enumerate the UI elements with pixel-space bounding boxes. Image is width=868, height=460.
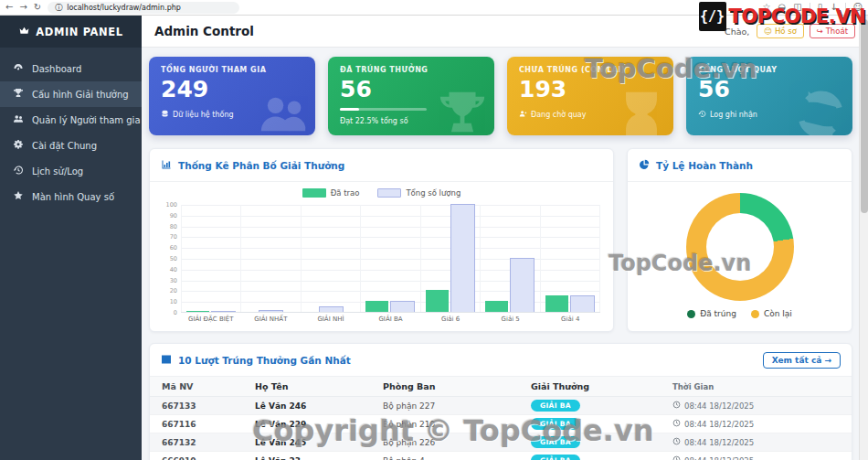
scrollbar xyxy=(859,16,868,460)
y-axis-tick: 20 xyxy=(153,287,177,294)
app-window: ADMIN PANEL DashboardCấu hình Giải thưởn… xyxy=(0,16,868,460)
x-axis-label: Giải 4 xyxy=(540,316,600,323)
greeting-text: Chào, xyxy=(725,27,749,37)
bar-group-giai-4 xyxy=(540,205,600,312)
clock-icon xyxy=(672,437,681,447)
side-panel-icon[interactable]: ◫ xyxy=(793,3,801,12)
stat-card-title: CHƯA TRÚNG (CÒN LẠI) xyxy=(519,66,662,74)
stat-card-footer-label: Dữ liệu hệ thống xyxy=(173,111,234,119)
bookmark-star-icon[interactable]: ☆ xyxy=(763,3,771,12)
prize-badge: GIẢI BA xyxy=(531,418,580,430)
forward-icon[interactable]: → xyxy=(19,3,26,12)
column-header-ma-nv: Mã NV xyxy=(150,381,255,391)
sidebar-item-dashboard[interactable]: Dashboard xyxy=(0,56,142,81)
sidebar-brand: ADMIN PANEL xyxy=(0,16,142,48)
profile-icon[interactable]: ☺ xyxy=(853,3,863,12)
bar-group-giai-ac-biet xyxy=(181,205,240,312)
x-axis-label: GIẢI ĐẶC BIỆT xyxy=(181,316,241,323)
sidebar-item-man-hinh-quay-so[interactable]: Màn hình Quay số xyxy=(0,184,142,209)
cell-time: 08:44 18/12/2025 xyxy=(684,420,754,429)
logout-button[interactable]: ↪ Thoát xyxy=(810,24,855,38)
bar-group-giai-nhi xyxy=(301,205,360,312)
crown-icon xyxy=(18,25,30,39)
back-icon[interactable]: ← xyxy=(5,3,13,12)
download-icon[interactable]: ↓ xyxy=(830,3,837,12)
scrollbar-thumb[interactable] xyxy=(861,19,868,213)
person-icon xyxy=(519,110,527,120)
page-title: Admin Control xyxy=(154,24,254,38)
y-axis-tick: 40 xyxy=(153,266,177,273)
site-info-icon[interactable]: ⓘ xyxy=(55,3,62,13)
bar-a-trao xyxy=(545,295,568,312)
bar-tong-so-luong xyxy=(570,295,595,312)
cell-id: 667132 xyxy=(150,438,255,447)
bar-group-giai-6 xyxy=(420,205,480,312)
cell-dept: Bộ phận 227 xyxy=(383,401,531,411)
divider xyxy=(810,3,810,12)
clock-icon xyxy=(672,419,681,429)
sidebar-item-cau-hinh-giai-thuong[interactable]: Cấu hình Giải thưởng xyxy=(0,81,142,107)
x-axis-label: GIẢI BA xyxy=(361,316,421,323)
column-header-ho-ten: Họ Tên xyxy=(255,381,383,391)
legend-item: Đã trúng xyxy=(687,309,736,318)
bar-tong-so-luong xyxy=(510,258,535,312)
sidebar-item-lich-su-log[interactable]: Lịch sử/Log xyxy=(0,158,142,184)
cell-dept: Bộ phận 210 xyxy=(383,420,531,429)
sidebar-item-label: Màn hình Quay số xyxy=(32,192,114,202)
profile-button[interactable]: ☺ Hồ sơ xyxy=(757,24,804,38)
prize-badge: GIẢI BA xyxy=(531,436,580,448)
stat-card-footer-label: Đang chờ quay xyxy=(531,111,586,119)
browser-toolbar: ← → ↻ ⓘ localhost/luckydraw/admin.php ☆ … xyxy=(0,0,868,16)
sidebar-item-label: Dashboard xyxy=(32,64,81,74)
y-axis-tick: 90 xyxy=(153,212,177,219)
stat-card-footer: Đạt 22.5% tổng số xyxy=(340,117,482,125)
table-row: 667116Lê Văn 229Bộ phận 210GIẢI BA08:44 … xyxy=(150,415,852,433)
bar-chart-plot: 0102030405060708090100 xyxy=(181,205,600,313)
bar-group-giai-5 xyxy=(480,205,539,312)
stat-card-footer-label: Đạt 22.5% tổng số xyxy=(340,117,408,125)
extension-icon[interactable]: ◒ xyxy=(778,3,786,12)
view-all-button[interactable]: Xem tất cả → xyxy=(763,352,841,369)
bar-chart-x-labels: GIẢI ĐẶC BIỆTGIẢI NHẤTGIẢI NHÌGIẢI BAGiả… xyxy=(181,316,600,323)
cell-time: 08:44 18/12/2025 xyxy=(684,456,754,460)
prize-badge: GIẢI BA xyxy=(531,400,580,412)
y-axis-tick: 50 xyxy=(153,255,177,262)
main-content: TỔNG NGƯỜI THAM GIA249Dữ liệu hệ thốngĐÃ… xyxy=(142,48,859,460)
cell-time: 08:44 18/12/2025 xyxy=(684,438,754,447)
stat-card-chua-trung-con-lai: CHƯA TRÚNG (CÒN LẠI)193Đang chờ quay xyxy=(507,57,673,135)
sidebar-item-quan-ly-nguoi-tham-gia[interactable]: Quản lý Người tham gia xyxy=(0,107,142,133)
stat-card-footer: Dữ liệu hệ thống xyxy=(161,110,303,120)
y-axis-tick: 60 xyxy=(153,244,177,251)
split-view-icon[interactable]: ▯ xyxy=(818,3,823,12)
y-axis-tick: 10 xyxy=(153,298,177,305)
bar-tong-so-luong xyxy=(390,301,415,312)
bar-chart-legend: Đã traoTổng số lượng xyxy=(150,188,613,198)
y-axis-tick: 100 xyxy=(153,201,177,209)
y-axis-tick: 80 xyxy=(153,223,177,230)
cell-dept: Bộ phận 4 xyxy=(383,456,531,460)
stat-card-footer-label: Log ghi nhận xyxy=(710,111,757,119)
x-axis-label: Giải 5 xyxy=(481,316,541,323)
cell-id: 666910 xyxy=(150,456,255,460)
bar-chart-card: Thống Kê Phân Bố Giải Thưởng Đã traoTổng… xyxy=(149,148,614,332)
clock-icon xyxy=(672,401,681,411)
legend-item: Tổng số lượng xyxy=(377,188,460,198)
table-row: 667133Lê Văn 246Bộ phận 227GIẢI BA08:44 … xyxy=(150,397,852,415)
sidebar-item-label: Cài đặt Chung xyxy=(32,141,97,151)
address-bar[interactable]: ⓘ localhost/luckydraw/admin.php xyxy=(48,2,239,14)
stat-card-title: ĐÃ TRÚNG THƯỞNG xyxy=(340,66,482,74)
donut-legend: Đã trúngCòn lại xyxy=(628,309,852,318)
table-body: 667133Lê Văn 246Bộ phận 227GIẢI BA08:44 … xyxy=(150,397,852,460)
clock-icon xyxy=(672,455,681,460)
bar-tong-so-luong xyxy=(259,310,283,312)
database-icon xyxy=(161,110,169,120)
bar-tong-so-luong xyxy=(450,204,475,312)
table-header-row: Mã NVHọ TênPhòng BanGiải ThưởngThời Gian xyxy=(150,377,852,397)
y-axis-tick: 30 xyxy=(153,277,177,284)
screen: ← → ↻ ⓘ localhost/luckydraw/admin.php ☆ … xyxy=(0,0,868,460)
reload-icon[interactable]: ↻ xyxy=(34,3,41,12)
sidebar-item-cai-at-chung[interactable]: Cài đặt Chung xyxy=(0,133,142,158)
gauge-icon xyxy=(13,62,24,75)
page-header: Admin Control Chào, ☺ Hồ sơ ↪ Thoát xyxy=(142,16,868,48)
donut-chart-card: Tỷ Lệ Hoàn Thành Đã trúngCòn lại xyxy=(627,148,852,332)
